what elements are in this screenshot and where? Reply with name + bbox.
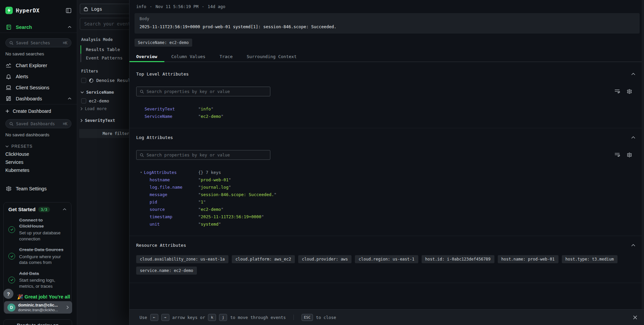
search-nav-icon bbox=[5, 25, 12, 30]
dot-separator: · bbox=[150, 4, 152, 9]
chevron-up-icon[interactable] bbox=[63, 208, 66, 211]
tab-overview[interactable]: Overview bbox=[129, 51, 164, 61]
attribute-value: session-846.scope: Succeeded. bbox=[201, 192, 274, 197]
attribute-value: info bbox=[201, 106, 211, 111]
property-search[interactable] bbox=[136, 87, 270, 96]
shortcut-hint: ⌘K bbox=[63, 122, 67, 126]
body-label: Body bbox=[140, 16, 635, 21]
resource-chip[interactable]: cloud.region: us-east-1 bbox=[355, 255, 418, 263]
sidebar-item-alerts[interactable]: Alerts bbox=[0, 71, 77, 82]
deploy-note-text: Ready to deploy on bbox=[17, 323, 59, 325]
event-detail-drawer: info · Nov 11 5:56:19 PM · 14d ago Body … bbox=[129, 0, 644, 325]
tab-surrounding-context[interactable]: Surrounding Context bbox=[240, 51, 304, 61]
attribute-value: journal.log bbox=[201, 185, 229, 190]
user-account-chip[interactable]: D dominic.tran@clic... dominic.tran@clic… bbox=[4, 301, 72, 314]
gear-icon[interactable] bbox=[627, 89, 632, 94]
property-search[interactable] bbox=[136, 150, 270, 160]
service-name-tag[interactable]: ServiceName: ec2-demo bbox=[135, 39, 192, 47]
tab-trace[interactable]: Trace bbox=[212, 51, 239, 61]
sidebar-item-label: Team Settings bbox=[16, 186, 47, 191]
section-title: Log Attributes bbox=[136, 135, 173, 140]
hint-text: arrow keys or bbox=[172, 315, 205, 320]
body-card: Body 2025-11-11T23:56:19+0000 prod-web-0… bbox=[135, 13, 640, 34]
logo-row: HyperDX bbox=[0, 0, 77, 18]
sidebar-item-label: Alerts bbox=[16, 74, 28, 79]
saved-searches-input[interactable]: Saved Searches ⌘K bbox=[5, 38, 71, 47]
help-button[interactable]: ? bbox=[3, 289, 13, 299]
sidebar-item-client-sessions[interactable]: Client Sessions bbox=[0, 82, 77, 93]
attribute-key: unit bbox=[150, 222, 198, 227]
key-arrow-left: ← bbox=[150, 314, 158, 321]
chevron-up-icon[interactable] bbox=[631, 136, 635, 139]
divider bbox=[0, 33, 77, 33]
event-age: 14d ago bbox=[208, 4, 225, 9]
resource-chip[interactable]: cloud.availability_zone: us-east-1a bbox=[136, 255, 228, 263]
get-started-item[interactable]: Create Data Sources Configure where your… bbox=[8, 247, 66, 266]
preset-clickhouse[interactable]: ClickHouse bbox=[0, 150, 77, 158]
sidebar-item-dashboards[interactable]: Dashboards bbox=[0, 93, 77, 104]
chevron-down-icon bbox=[5, 145, 9, 147]
dot-separator: · bbox=[202, 4, 205, 9]
filter-group-label: ServiceName bbox=[86, 90, 114, 95]
section-log-attributes: Log Attributes ▾ LogAttributes bbox=[129, 128, 644, 236]
keyboard-hints-bar: Use ← → arrow keys or k j to move throug… bbox=[129, 309, 644, 325]
logs-source-icon bbox=[84, 7, 88, 11]
attribute-row: timestamp "2025-11-11T23:56:19+0000" bbox=[136, 213, 637, 220]
attribute-key: LogAttributes bbox=[144, 170, 198, 175]
wrap-lines-icon[interactable] bbox=[614, 152, 620, 157]
attribute-row: hostname "prod-web-01" bbox=[136, 176, 637, 183]
get-started-title: Get Started bbox=[8, 206, 36, 212]
attribute-row: SeverityText "info" bbox=[136, 105, 637, 112]
chevron-up-icon bbox=[68, 26, 71, 28]
attribute-row: log.file.name "journal.log" bbox=[136, 183, 637, 191]
presets-toggle[interactable]: PRESETS bbox=[0, 139, 77, 150]
property-search-input[interactable] bbox=[147, 152, 267, 157]
service-checkbox[interactable] bbox=[81, 98, 86, 103]
preset-kubernetes[interactable]: Kubernetes bbox=[0, 166, 77, 174]
resource-chip[interactable]: cloud.platform: aws_ec2 bbox=[232, 255, 295, 263]
filter-group-label: SeverityText bbox=[85, 118, 115, 123]
sidebar-item-team-settings[interactable]: Team Settings bbox=[0, 183, 77, 194]
resource-chip[interactable]: host.type: t3.medium bbox=[562, 255, 618, 263]
preset-services[interactable]: Services bbox=[0, 158, 77, 166]
close-icon[interactable] bbox=[633, 315, 637, 320]
sidebar-item-chart-explorer[interactable]: Chart Explorer bbox=[0, 60, 77, 71]
resource-chip[interactable]: cloud.provider: aws bbox=[298, 255, 352, 263]
attribute-key: ServiceName bbox=[145, 114, 198, 119]
gear-icon[interactable] bbox=[627, 152, 632, 157]
denoise-checkbox[interactable] bbox=[81, 78, 86, 83]
hint-text: to move through events bbox=[230, 315, 286, 320]
sidebar-item-label: Dashboards bbox=[16, 96, 42, 101]
done-message: 🎉 Great job! You're all bbox=[17, 294, 66, 300]
drawer-scrollbar[interactable] bbox=[642, 0, 644, 309]
sidebar-item-search[interactable]: Search bbox=[0, 21, 77, 33]
event-meta-row: info · Nov 11 5:56:19 PM · 14d ago bbox=[129, 0, 644, 9]
key-j: j bbox=[219, 314, 227, 321]
attribute-tree-parent[interactable]: ▾ LogAttributes {} 7 keys bbox=[136, 169, 637, 176]
resource-chip[interactable]: host.name: prod-web-01 bbox=[498, 255, 558, 263]
saved-dashboards-input[interactable]: Saved Dashboards ⌘K bbox=[5, 119, 71, 128]
plus-icon bbox=[5, 109, 9, 113]
chevron-up-icon[interactable] bbox=[631, 73, 635, 75]
sidebar-collapse-icon[interactable] bbox=[66, 8, 71, 13]
avatar: D bbox=[7, 304, 15, 312]
presets-label: PRESETS bbox=[11, 144, 33, 149]
get-started-item[interactable]: Add Data Start sending logs, metrics, or… bbox=[8, 271, 66, 289]
section-top-level-attributes: Top Level Attributes SeverityText bbox=[129, 65, 644, 128]
chevron-right-icon bbox=[66, 306, 69, 309]
tab-column-values[interactable]: Column Values bbox=[164, 51, 213, 61]
divider bbox=[293, 315, 294, 320]
no-saved-dashboards-text: No saved dashboards bbox=[0, 128, 77, 139]
deploy-note-card[interactable]: Ready to deploy on bbox=[3, 319, 72, 325]
wrap-lines-icon[interactable] bbox=[614, 89, 620, 94]
event-timestamp: Nov 11 5:56:19 PM bbox=[156, 4, 199, 9]
property-search-input[interactable] bbox=[147, 89, 267, 94]
check-circle-icon bbox=[8, 226, 15, 233]
resource-chip[interactable]: host.id: i-0abc123def456789 bbox=[422, 255, 494, 263]
chevron-up-icon[interactable] bbox=[631, 244, 635, 246]
chevron-right-icon bbox=[80, 119, 83, 122]
create-dashboard-button[interactable]: Create Dashboard bbox=[0, 104, 77, 114]
attribute-row: unit "systemd" bbox=[136, 220, 637, 228]
get-started-item[interactable]: Connect to ClickHouse Set up your databa… bbox=[8, 217, 66, 242]
resource-chip[interactable]: service.name: ec2-demo bbox=[136, 267, 197, 275]
